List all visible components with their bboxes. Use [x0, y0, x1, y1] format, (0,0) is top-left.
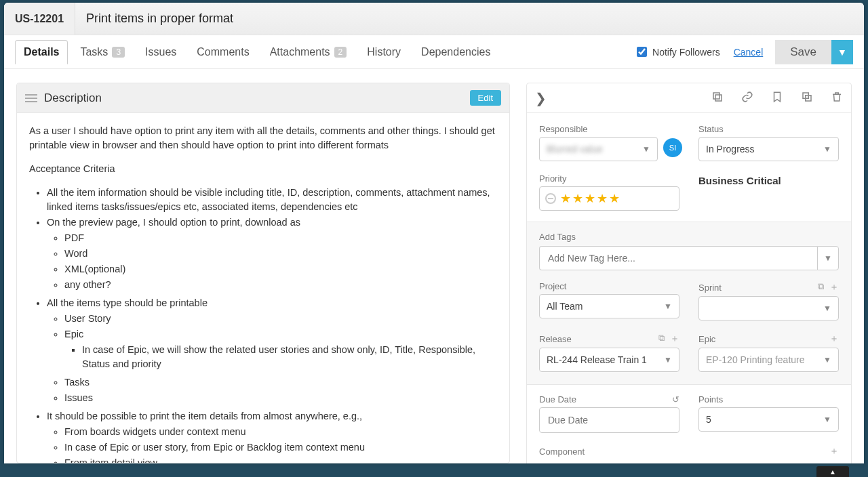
- svg-rect-1: [713, 93, 719, 99]
- edit-description-button[interactable]: Edit: [470, 90, 501, 106]
- star-icon[interactable]: ★: [585, 191, 595, 206]
- due-date-label: Due Date ↺: [539, 394, 679, 405]
- tags-label: Add Tags: [539, 232, 839, 242]
- save-menu-button[interactable]: ▼: [831, 40, 853, 64]
- epic-add-icon[interactable]: ＋: [829, 333, 839, 345]
- responsible-label: Responsible: [539, 124, 679, 134]
- release-add-icon[interactable]: ＋: [670, 333, 679, 345]
- svg-rect-0: [715, 95, 722, 101]
- release-select[interactable]: RL-244 Release Train 1▼: [539, 348, 679, 372]
- release-label: Release ⧉＋: [539, 333, 679, 345]
- bookmark-icon[interactable]: [771, 91, 783, 105]
- project-select[interactable]: All Team▼: [539, 294, 679, 318]
- tab-issues[interactable]: Issues: [137, 40, 184, 64]
- title-bar: US-12201 Print items in proper format: [4, 3, 864, 35]
- clear-priority-icon[interactable]: [545, 193, 556, 204]
- clone-icon[interactable]: [711, 91, 724, 105]
- link-icon[interactable]: [741, 91, 753, 105]
- copy-icon[interactable]: [801, 91, 813, 105]
- trash-icon[interactable]: [831, 91, 843, 105]
- tab-dependencies[interactable]: Dependencies: [413, 40, 498, 64]
- sprint-label: Sprint ⧉＋: [698, 281, 839, 293]
- priority-text: Business Critical: [698, 175, 781, 186]
- sprint-open-icon[interactable]: ⧉: [818, 281, 824, 293]
- item-title: Print items in proper format: [75, 12, 233, 26]
- tab-attachments[interactable]: Attachments2: [262, 40, 355, 64]
- tab-history[interactable]: History: [359, 40, 409, 64]
- description-title: Description: [44, 91, 102, 105]
- release-open-icon[interactable]: ⧉: [658, 333, 665, 345]
- tab-comments[interactable]: Comments: [189, 40, 257, 64]
- footer-tray: ▲: [0, 466, 868, 477]
- description-panel: Description Edit As a user I should have…: [16, 83, 510, 463]
- due-date-reset-icon[interactable]: ↺: [672, 394, 679, 405]
- star-icon[interactable]: ★: [572, 191, 583, 206]
- tags-input[interactable]: [539, 246, 817, 270]
- project-label: Project: [539, 281, 679, 291]
- epic-label: Epic ＋: [698, 333, 839, 345]
- star-icon[interactable]: ★: [597, 191, 608, 206]
- epic-select[interactable]: EP-120 Printing feature▼: [698, 348, 839, 372]
- notify-followers-checkbox[interactable]: [637, 47, 647, 57]
- priority-label: Priority: [539, 173, 679, 184]
- points-select[interactable]: 5▼: [698, 407, 839, 432]
- responsible-avatar[interactable]: SI: [663, 138, 682, 157]
- points-label: Points: [698, 394, 839, 405]
- due-date-input[interactable]: [539, 407, 679, 433]
- tags-dropdown-button[interactable]: ▼: [817, 246, 839, 270]
- star-icon[interactable]: ★: [560, 191, 571, 206]
- drag-handle-icon: [25, 94, 37, 102]
- tabs: Details Tasks3 Issues Comments Attachmen…: [15, 40, 498, 64]
- responsible-select[interactable]: Blurred value▼: [539, 137, 658, 161]
- sprint-select[interactable]: ▼: [698, 296, 839, 320]
- save-button[interactable]: Save: [775, 40, 831, 64]
- footer-expand-handle[interactable]: ▲: [816, 466, 849, 477]
- tab-details[interactable]: Details: [15, 40, 68, 64]
- item-id: US-12201: [4, 3, 75, 35]
- star-icon[interactable]: ★: [609, 191, 620, 206]
- status-select[interactable]: In Progress▼: [698, 137, 839, 161]
- expand-panel-icon[interactable]: ❯: [535, 90, 547, 106]
- priority-stars[interactable]: ★ ★ ★ ★ ★: [539, 186, 679, 211]
- cancel-link[interactable]: Cancel: [734, 47, 764, 58]
- component-add-icon[interactable]: ＋: [829, 445, 839, 457]
- description-body: As a user I should have option to print …: [17, 113, 509, 463]
- attachments-count-badge: 2: [334, 47, 347, 58]
- status-label: Status: [698, 124, 839, 134]
- toolbar: Details Tasks3 Issues Comments Attachmen…: [4, 35, 864, 69]
- tab-tasks[interactable]: Tasks3: [72, 40, 133, 64]
- tasks-count-badge: 3: [112, 47, 125, 58]
- component-label: Component ＋: [539, 445, 839, 457]
- notify-followers-toggle[interactable]: Notify Followers: [637, 47, 720, 58]
- sprint-add-icon[interactable]: ＋: [829, 281, 839, 293]
